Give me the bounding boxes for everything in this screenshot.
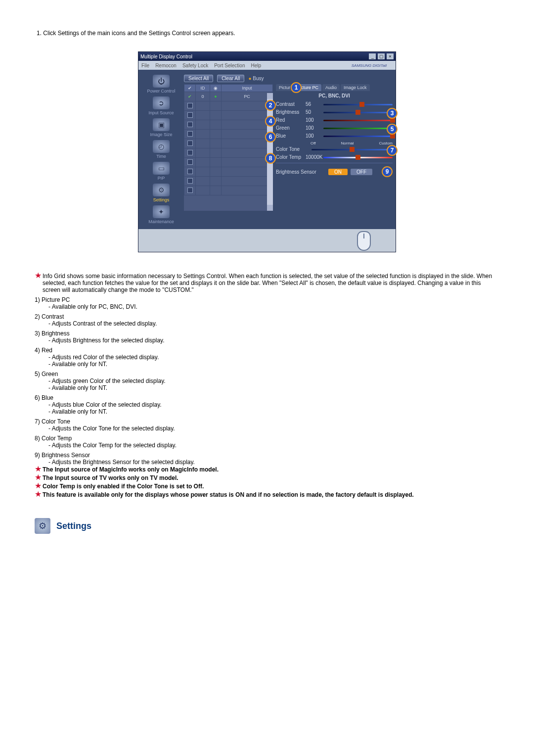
blue-label: Blue: [276, 133, 306, 139]
sidebar-icon: ⏻: [153, 75, 170, 88]
select-all-button[interactable]: Select All: [184, 75, 213, 82]
red-slider[interactable]: [323, 118, 393, 123]
menu-safety-lock[interactable]: Safety Lock: [182, 63, 208, 68]
note-subline: - Adjusts Brightness for the selected di…: [48, 337, 499, 344]
red-label: Red: [276, 117, 306, 123]
settings-panel: 1 Pictur Picture PC Audio Image Lock PC,…: [276, 84, 393, 211]
menu-remocon[interactable]: Remocon: [155, 63, 177, 68]
sidebar-item-label: Maintenance: [141, 219, 181, 224]
menu-help[interactable]: Help: [251, 63, 261, 68]
blue-value: 100: [306, 133, 322, 139]
callout-1: 1: [291, 82, 302, 93]
tab-audio[interactable]: Audio: [322, 84, 340, 91]
note-subline: - Available only for NT.: [48, 408, 499, 415]
table-row[interactable]: [184, 139, 273, 148]
table-row[interactable]: ✔ 0 ● PC: [184, 92, 273, 101]
screenshot: Multiple Display Control _ ▢ × File Remo…: [35, 51, 499, 252]
table-row[interactable]: [184, 186, 273, 195]
grid-header-check: ✔: [184, 85, 196, 92]
table-row[interactable]: [184, 158, 273, 167]
sidebar-item-time[interactable]: ◴Time: [141, 140, 181, 159]
callout-2: 2: [265, 100, 276, 111]
contrast-label: Contrast: [276, 101, 306, 107]
note-heading: 2) Contrast: [35, 313, 499, 320]
brightness-slider[interactable]: [323, 110, 393, 115]
color-temp-slider[interactable]: [323, 155, 393, 160]
note-heading: 9) Brightness Sensor: [35, 452, 499, 459]
callout-7: 7: [387, 145, 398, 156]
sidebar-item-image-size[interactable]: ▣Image Size: [141, 118, 181, 137]
table-row[interactable]: [184, 167, 273, 177]
sidebar-icon: ▣: [153, 118, 170, 131]
note-heading: 4) Red: [35, 347, 499, 354]
color-temp-row: 8 Color Temp 10000K: [276, 154, 393, 160]
table-row[interactable]: [184, 177, 273, 186]
contrast-slider[interactable]: [323, 102, 393, 107]
menu-port-selection[interactable]: Port Selection: [214, 63, 245, 68]
callout-3: 3: [387, 108, 398, 119]
settings-section-icon: ⚙: [35, 518, 50, 534]
contrast-row: 2 Contrast 56: [276, 101, 393, 107]
brand-logo: SAMSUNG DIGITall: [352, 63, 387, 68]
sidebar-item-label: Power Control: [141, 89, 181, 94]
star-icon: ★: [35, 272, 43, 293]
sidebar-item-settings[interactable]: ⚙Settings: [141, 184, 181, 202]
color-tone-label: Color Tone: [276, 146, 311, 152]
menu-file[interactable]: File: [141, 63, 149, 68]
color-tone-option-labels: Off Normal Custom: [276, 141, 393, 145]
table-row[interactable]: [184, 101, 273, 111]
green-row: Green 100 5: [276, 125, 393, 131]
sidebar-icon: ◴: [153, 140, 170, 153]
sidebar-item-maintenance[interactable]: ✦Maintenance: [141, 205, 181, 224]
blue-row: 6 Blue 100: [276, 133, 393, 139]
sidebar-item-input-source[interactable]: ➲Input Source: [141, 96, 181, 115]
color-temp-value: 10000K: [306, 154, 322, 160]
note-subline: - Available only for NT.: [48, 361, 499, 368]
blue-slider[interactable]: [323, 134, 393, 139]
table-row[interactable]: [184, 111, 273, 120]
busy-dot-icon: ●: [248, 76, 251, 81]
red-row: 4 Red 100: [276, 117, 393, 123]
ctone-off: Off: [311, 141, 316, 145]
table-row[interactable]: [184, 148, 273, 158]
sidebar-item-pip[interactable]: ▭PIP: [141, 162, 181, 181]
green-value: 100: [306, 125, 322, 131]
note-subline: - Adjusts Contrast of the selected displ…: [48, 320, 499, 327]
grid-header-input: Input: [222, 85, 273, 92]
star-icon: ★: [35, 482, 43, 490]
ctone-normal: Normal: [341, 141, 354, 145]
grid-header-id: ID: [196, 85, 210, 92]
info-grid-note: Info Grid shows some basic information n…: [43, 272, 499, 293]
color-tone-slider[interactable]: [312, 147, 393, 152]
note-subline: - Available only for NT.: [48, 384, 499, 391]
note-subline: - Available only for PC, BNC, DVI.: [48, 303, 499, 310]
window-title: Multiple Display Control: [140, 54, 192, 59]
brightness-sensor-on-button[interactable]: ON: [328, 169, 348, 175]
brightness-label: Brightness: [276, 109, 306, 115]
sidebar-item-power-control[interactable]: ⏻Power Control: [141, 75, 181, 94]
close-icon[interactable]: ×: [387, 53, 394, 59]
sidebar-icon: ➲: [153, 96, 170, 109]
star-icon: ★: [35, 474, 43, 481]
panel-subhead: PC, BNC, DVI: [276, 93, 393, 98]
tab-image-lock[interactable]: Image Lock: [341, 84, 370, 91]
note-heading: 8) Color Temp: [35, 435, 499, 442]
note-subline: - Adjusts the Brightness Sensor for the …: [48, 459, 499, 466]
green-slider[interactable]: [323, 126, 393, 131]
section-heading: ⚙ Settings: [35, 518, 499, 534]
minimize-icon[interactable]: _: [369, 53, 376, 59]
callout-4: 4: [265, 116, 276, 127]
sidebar-item-label: Input Source: [141, 110, 181, 115]
sidebar-item-label: PIP: [141, 176, 181, 181]
maximize-icon[interactable]: ▢: [378, 53, 385, 59]
cell-input: PC: [222, 92, 273, 101]
brightness-sensor-off-button[interactable]: OFF: [351, 169, 372, 175]
brightness-row: Brightness 50 3: [276, 109, 393, 115]
sidebar-icon: ▭: [153, 162, 170, 175]
table-row[interactable]: [184, 130, 273, 139]
cell-id: 0: [196, 92, 210, 101]
sidebar-icon: ⚙: [153, 184, 170, 196]
note-subline: - Adjusts red Color of the selected disp…: [48, 354, 499, 361]
table-row[interactable]: [184, 120, 273, 130]
clear-all-button[interactable]: Clear All: [217, 75, 244, 82]
